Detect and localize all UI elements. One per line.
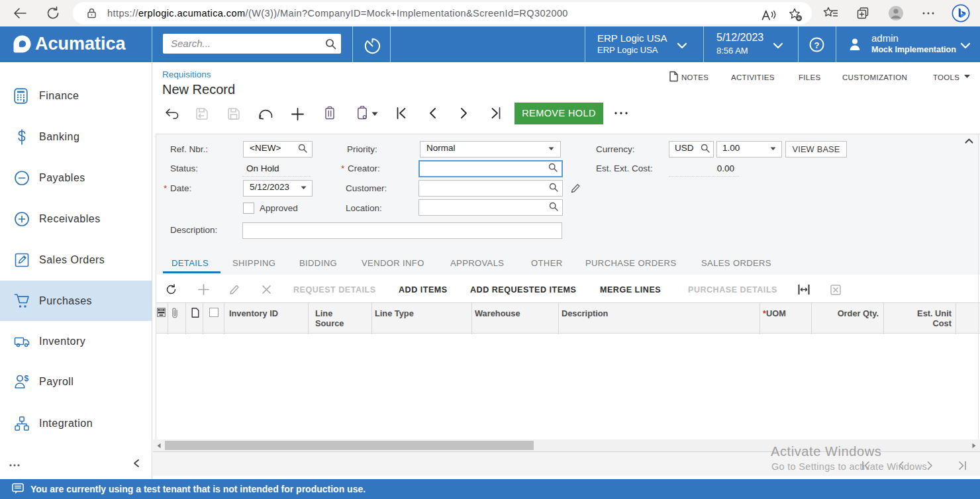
svg-text:?: ? xyxy=(814,40,820,50)
svg-text:$: $ xyxy=(24,373,29,383)
